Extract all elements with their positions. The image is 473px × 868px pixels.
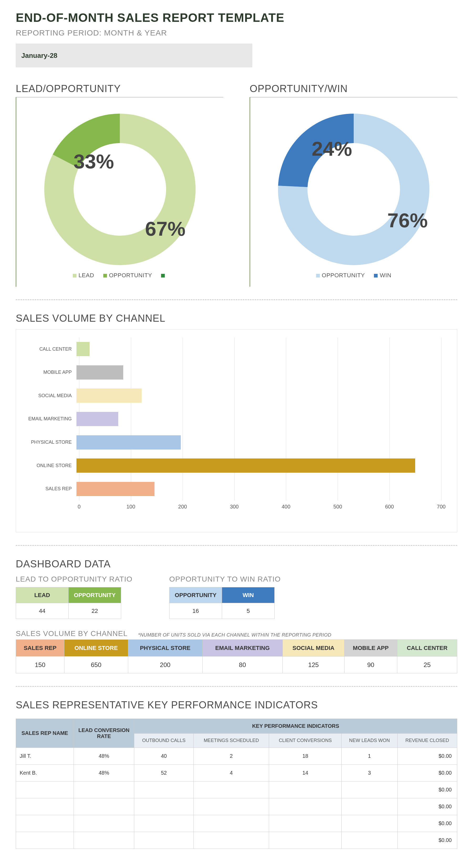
table-subheader: CLIENT CONVERSIONS [269, 734, 342, 748]
opportunity-win-donut: 24% 76% [270, 105, 438, 274]
table-cell [269, 815, 342, 832]
table-header: MOBILE APP [344, 640, 397, 656]
table-cell: 18 [269, 748, 342, 765]
table-cell [194, 781, 269, 798]
bar [76, 342, 90, 356]
x-tick-label: 500 [334, 504, 342, 510]
bar-category-label: SALES REP [24, 486, 76, 492]
kpi-title: SALES REPRESENTATIVE KEY PERFORMANCE IND… [16, 700, 457, 711]
bar-category-label: PHYSICAL STORE [24, 439, 76, 445]
reporting-period-field[interactable]: January-28 [16, 44, 252, 67]
legend-swatch [316, 274, 320, 278]
table-header: SALES REP NAME [16, 719, 74, 748]
table-header: CALL CENTER [397, 640, 457, 656]
table-cell [74, 798, 134, 815]
table-cell: $0.00 [397, 781, 457, 798]
table-cell: 22 [69, 603, 121, 619]
legend-swatch [374, 274, 378, 278]
table-cell: 16 [169, 603, 222, 619]
table-cell: 1 [342, 748, 397, 765]
table-cell: 52 [134, 765, 194, 781]
table-subheader: MEETINGS SCHEDULED [194, 734, 269, 748]
bar [76, 482, 155, 496]
table-cell [16, 832, 74, 849]
bar-category-label: MOBILE APP [24, 370, 76, 375]
dashboard-data-title: DASHBOARD DATA [16, 558, 457, 570]
table-cell [194, 798, 269, 815]
table-cell [74, 832, 134, 849]
bar [76, 435, 181, 450]
table-cell: 48% [74, 765, 134, 781]
table-cell: 2 [194, 748, 269, 765]
opportunity-win-legend: OPPORTUNITY WIN [250, 272, 457, 279]
table-cell [194, 832, 269, 849]
table-cell [194, 815, 269, 832]
table-row: $0.00 [16, 798, 457, 815]
table-subheader: OUTBOUND CALLS [134, 734, 194, 748]
donut-label-lead: 67% [145, 217, 185, 240]
bar [76, 412, 118, 426]
table-cell [342, 815, 397, 832]
table-header: LEAD CONVERSION RATE [74, 719, 134, 748]
table-row: Jill T.48%402181$0.00 [16, 748, 457, 765]
legend-swatch [73, 274, 76, 278]
table-cell [342, 798, 397, 815]
table-row: $0.00 [16, 832, 457, 849]
donut-label-opportunity: 33% [74, 150, 114, 173]
x-tick-label: 700 [437, 504, 445, 510]
table-cell: 3 [342, 765, 397, 781]
lead-opportunity-donut: 33% 67% [36, 105, 204, 274]
table-header: KEY PERFORMANCE INDICATORS [134, 719, 457, 734]
table-header: OPPORTUNITY [69, 587, 121, 603]
table-header: EMAIL MARKETING [202, 640, 282, 656]
opportunity-to-win-table: OPPORTUNITY WIN 16 5 [169, 587, 275, 619]
sales-volume-by-channel-table: SALES REPONLINE STOREPHYSICAL STOREEMAIL… [16, 640, 457, 673]
lead-opportunity-legend: LEAD OPPORTUNITY [16, 272, 223, 279]
table-cell [342, 832, 397, 849]
table-header: WIN [222, 587, 275, 603]
table-cell [74, 815, 134, 832]
table-cell [269, 832, 342, 849]
table-header: ONLINE STORE [64, 640, 128, 656]
table-cell [134, 832, 194, 849]
table-cell: 650 [64, 656, 128, 673]
x-tick-label: 600 [385, 504, 394, 510]
table-cell [134, 781, 194, 798]
sales-volume-by-channel-subtitle: SALES VOLUME BY CHANNEL [16, 629, 128, 638]
table-cell [134, 815, 194, 832]
legend-label: LEAD [78, 272, 94, 279]
bar [76, 389, 142, 403]
table-cell [269, 781, 342, 798]
x-tick-label: 0 [77, 504, 80, 510]
legend-label: WIN [380, 272, 391, 279]
legend-label: OPPORTUNITY [109, 272, 152, 279]
kpi-table: SALES REP NAME LEAD CONVERSION RATE KEY … [16, 719, 457, 849]
table-cell: 200 [128, 656, 202, 673]
page-subtitle: REPORTING PERIOD: MONTH & YEAR [16, 28, 457, 37]
table-cell [269, 798, 342, 815]
donut-label-opportunity: 76% [387, 209, 428, 231]
x-tick-label: 200 [178, 504, 187, 510]
legend-swatch [161, 274, 165, 278]
bar-category-label: EMAIL MARKETING [24, 416, 76, 422]
table-cell: 14 [269, 765, 342, 781]
bar [76, 459, 415, 473]
table-header: SALES REP [16, 640, 64, 656]
table-cell: 90 [344, 656, 397, 673]
divider [16, 299, 457, 300]
table-cell: 44 [16, 603, 69, 619]
table-cell: Kent B. [16, 765, 74, 781]
page-title: END-OF-MONTH SALES REPORT TEMPLATE [16, 10, 457, 25]
table-cell: 5 [222, 603, 275, 619]
table-cell: 4 [194, 765, 269, 781]
legend-label: OPPORTUNITY [322, 272, 365, 279]
lead-opportunity-title: LEAD/OPPORTUNITY [16, 83, 223, 94]
opportunity-win-title: OPPORTUNITY/WIN [250, 83, 457, 94]
table-cell: 40 [134, 748, 194, 765]
table-row: $0.00 [16, 815, 457, 832]
lead-to-opportunity-table: LEAD OPPORTUNITY 44 22 [16, 587, 121, 619]
table-cell [16, 798, 74, 815]
lead-to-opportunity-ratio-title: LEAD TO OPPORTUNITY RATIO [16, 575, 132, 583]
table-cell: 48% [74, 748, 134, 765]
table-cell [16, 815, 74, 832]
